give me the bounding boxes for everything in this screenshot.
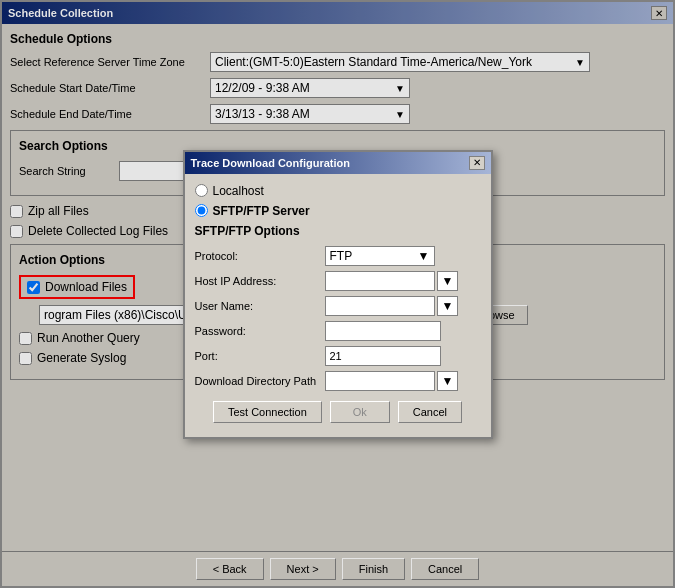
host-ip-dropdown-arrow[interactable]: ▼ (437, 271, 459, 291)
test-connection-button[interactable]: Test Connection (213, 401, 322, 423)
download-dir-row: Download Directory Path ▼ (195, 371, 481, 391)
protocol-value: FTP (330, 249, 353, 263)
sftp-options-title: SFTP/FTP Options (195, 224, 481, 238)
ok-button[interactable]: Ok (330, 401, 390, 423)
download-dir-arrow-icon[interactable]: ▼ (437, 371, 459, 391)
port-row: Port: (195, 346, 481, 366)
protocol-dropdown[interactable]: FTP ▼ (325, 246, 435, 266)
host-ip-control: ▼ (325, 271, 459, 291)
localhost-radio-row: Localhost (195, 184, 481, 198)
sftp-ftp-radio[interactable] (195, 204, 208, 217)
modal-cancel-button[interactable]: Cancel (398, 401, 462, 423)
protocol-arrow-icon: ▼ (418, 249, 430, 263)
main-window: Schedule Collection ✕ Schedule Options S… (0, 0, 675, 588)
sftp-ftp-label: SFTP/FTP Server (213, 204, 310, 218)
modal-title-bar: Trace Download Configuration ✕ (185, 152, 491, 174)
sftp-radio-row: SFTP/FTP Server (195, 204, 481, 218)
protocol-label: Protocol: (195, 250, 325, 262)
modal-content: Localhost SFTP/FTP Server SFTP/FTP Optio… (185, 174, 491, 437)
modal-title: Trace Download Configuration (191, 157, 351, 169)
host-ip-label: Host IP Address: (195, 275, 325, 287)
password-label: Password: (195, 325, 325, 337)
username-input[interactable] (325, 296, 435, 316)
modal-close-button[interactable]: ✕ (469, 156, 485, 170)
download-dir-input[interactable] (325, 371, 435, 391)
download-dir-control: ▼ (325, 371, 459, 391)
username-control: ▼ (325, 296, 459, 316)
password-input[interactable] (325, 321, 441, 341)
modal-overlay: Trace Download Configuration ✕ Localhost… (2, 2, 673, 586)
username-dropdown-arrow[interactable]: ▼ (437, 296, 459, 316)
modal-buttons: Test Connection Ok Cancel (195, 401, 481, 427)
localhost-label: Localhost (213, 184, 264, 198)
localhost-radio[interactable] (195, 184, 208, 197)
port-input[interactable] (325, 346, 441, 366)
modal-dialog: Trace Download Configuration ✕ Localhost… (183, 150, 493, 439)
host-ip-row: Host IP Address: ▼ (195, 271, 481, 291)
username-row: User Name: ▼ (195, 296, 481, 316)
password-row: Password: (195, 321, 481, 341)
host-ip-input[interactable] (325, 271, 435, 291)
protocol-row: Protocol: FTP ▼ (195, 246, 481, 266)
port-label: Port: (195, 350, 325, 362)
download-dir-label: Download Directory Path (195, 375, 325, 387)
username-label: User Name: (195, 300, 325, 312)
